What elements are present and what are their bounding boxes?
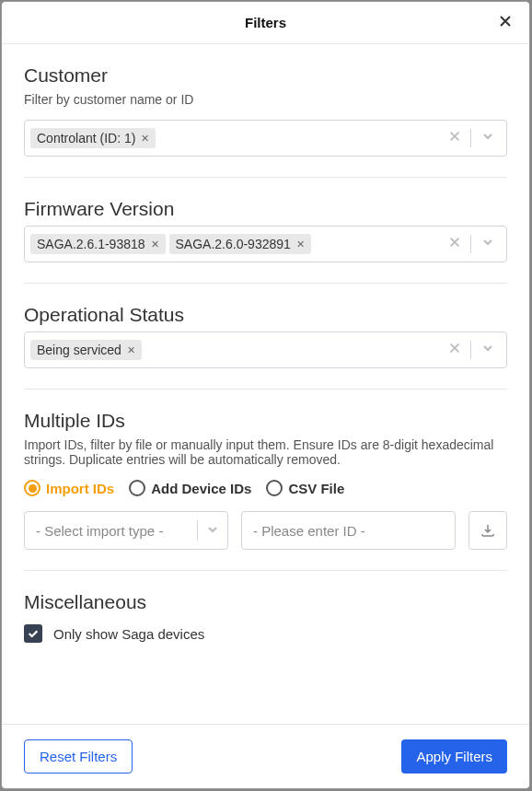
misc-section: Miscellaneous Only show Saga devices — [24, 571, 507, 663]
reset-filters-button[interactable]: Reset Filters — [24, 739, 133, 774]
radio-import-ids[interactable]: Import IDs — [24, 480, 114, 496]
tag-label: Being serviced — [37, 343, 121, 357]
tag-label: Controlant (ID: 1) — [37, 131, 135, 145]
chevron-down-icon[interactable] — [475, 129, 501, 147]
close-button[interactable] — [498, 14, 513, 32]
firmware-select[interactable]: SAGA.2.6.1-93818 ✕ SAGA.2.6.0-932891 ✕ — [24, 226, 507, 262]
firmware-tag: SAGA.2.6.0-932891 ✕ — [169, 234, 311, 254]
divider — [470, 129, 471, 147]
modal-title: Filters — [245, 15, 286, 30]
clear-icon[interactable] — [443, 342, 467, 358]
filters-modal: Filters Customer Filter by customer name… — [2, 2, 529, 788]
radio-label: Add Device IDs — [151, 481, 251, 496]
firmware-title: Firmware Version — [24, 198, 507, 220]
firmware-section: Firmware Version SAGA.2.6.1-93818 ✕ SAGA… — [24, 178, 507, 284]
firmware-tags: SAGA.2.6.1-93818 ✕ SAGA.2.6.0-932891 ✕ — [30, 234, 443, 254]
modal-footer: Reset Filters Apply Filters — [2, 724, 529, 788]
multiple-ids-section: Multiple IDs Import IDs, filter by file … — [24, 390, 507, 571]
download-button[interactable] — [468, 511, 507, 550]
customer-section: Customer Filter by customer name or ID C… — [24, 44, 507, 178]
checkbox-icon — [24, 624, 42, 643]
radio-label: CSV File — [288, 481, 344, 496]
radio-icon — [266, 480, 283, 496]
import-type-select[interactable]: - Select import type - — [24, 511, 228, 550]
chevron-down-icon[interactable] — [475, 341, 501, 359]
status-select[interactable]: Being serviced ✕ — [24, 332, 507, 368]
radio-label: Import IDs — [46, 481, 114, 496]
modal-header: Filters — [2, 2, 529, 44]
saga-checkbox-row[interactable]: Only show Saga devices — [24, 624, 507, 643]
tag-remove-icon[interactable]: ✕ — [296, 238, 305, 250]
customer-tag: Controlant (ID: 1) ✕ — [30, 128, 156, 148]
divider — [470, 235, 471, 253]
modal-body: Customer Filter by customer name or ID C… — [2, 44, 529, 724]
multiple-ids-title: Multiple IDs — [24, 410, 507, 432]
download-icon — [480, 523, 495, 538]
multiple-ids-description: Import IDs, filter by file or manually i… — [24, 437, 507, 467]
clear-icon[interactable] — [443, 236, 467, 252]
clear-icon[interactable] — [443, 130, 467, 146]
radio-group: Import IDs Add Device IDs CSV File — [24, 480, 507, 496]
status-tags: Being serviced ✕ — [30, 340, 443, 360]
input-row: - Select import type - — [24, 511, 507, 550]
tag-label: SAGA.2.6.0-932891 — [176, 237, 291, 251]
customer-tags: Controlant (ID: 1) ✕ — [30, 128, 443, 148]
misc-title: Miscellaneous — [24, 591, 507, 613]
apply-filters-button[interactable]: Apply Filters — [401, 739, 507, 774]
radio-csv-file[interactable]: CSV File — [266, 480, 344, 496]
tag-remove-icon[interactable]: ✕ — [141, 133, 149, 145]
select-placeholder: - Select import type - — [36, 523, 195, 539]
chevron-down-icon[interactable] — [475, 235, 501, 253]
id-input[interactable] — [241, 511, 456, 550]
customer-select[interactable]: Controlant (ID: 1) ✕ — [24, 120, 507, 157]
close-icon — [498, 14, 513, 29]
divider — [470, 341, 471, 359]
checkbox-label: Only show Saga devices — [53, 626, 204, 642]
radio-icon — [129, 480, 145, 496]
firmware-tag: SAGA.2.6.1-93818 ✕ — [30, 234, 166, 254]
status-tag: Being serviced ✕ — [30, 340, 142, 360]
divider — [197, 520, 198, 541]
status-title: Operational Status — [24, 304, 507, 326]
chevron-down-icon — [200, 522, 226, 540]
status-section: Operational Status Being serviced ✕ — [24, 284, 507, 390]
tag-remove-icon[interactable]: ✕ — [151, 238, 159, 250]
customer-title: Customer — [24, 64, 507, 87]
tag-remove-icon[interactable]: ✕ — [127, 344, 135, 356]
radio-add-device-ids[interactable]: Add Device IDs — [129, 480, 251, 496]
radio-icon — [24, 480, 40, 496]
tag-label: SAGA.2.6.1-93818 — [37, 237, 145, 251]
customer-description: Filter by customer name or ID — [24, 92, 507, 107]
